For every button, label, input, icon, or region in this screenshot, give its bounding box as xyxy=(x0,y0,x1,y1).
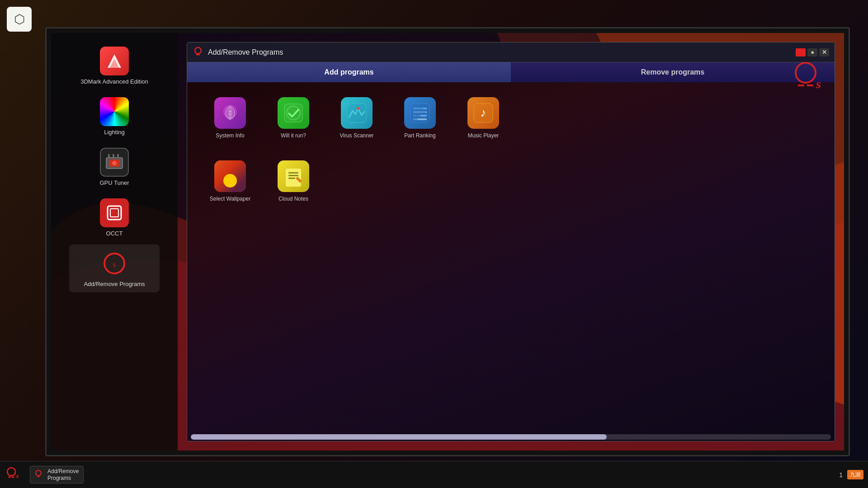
sidebar-label-addremove: Add/Remove Programs xyxy=(84,281,145,288)
content-area: System Info Will it run? xyxy=(187,82,835,441)
main-window: Add/Remove Programs ■ ✕ Add programs Rem… xyxy=(178,33,844,450)
sidebar-item-addremove[interactable]: s Add/Remove Programs xyxy=(69,244,160,293)
svg-rect-11 xyxy=(110,209,118,217)
monitor-frame: 3DMark Advanced Edition Lighting xyxy=(45,27,850,456)
app-label-notes: Cloud Notes xyxy=(278,196,308,203)
virus-icon xyxy=(341,97,373,129)
close-button[interactable]: ✕ xyxy=(819,48,829,56)
sidebar: 3DMark Advanced Edition Lighting xyxy=(51,33,178,450)
app-item-sysinfo[interactable]: System Info xyxy=(201,94,259,152)
svg-rect-8 xyxy=(117,154,119,158)
window-titlebar: Add/Remove Programs ■ ✕ xyxy=(187,42,835,62)
svg-point-26 xyxy=(357,107,359,110)
app-label-music: Music Player xyxy=(468,132,499,140)
lighting-icon xyxy=(100,97,129,126)
svg-text:s: s xyxy=(816,77,821,91)
taskbar-app-icon xyxy=(35,469,44,480)
sidebar-label-lighting: Lighting xyxy=(104,129,125,136)
exit-icon: ⬡ xyxy=(14,12,25,27)
progress-bar-fill xyxy=(191,434,607,440)
music-icon: ♪ xyxy=(467,97,499,129)
app-label-willit: Will it run? xyxy=(281,132,306,140)
svg-text:♪: ♪ xyxy=(481,106,486,119)
tab-bar: Add programs Remove programs xyxy=(187,62,835,82)
svg-rect-34 xyxy=(413,115,420,117)
sidebar-label-occt: OCCT xyxy=(106,230,123,238)
app-label-wallpaper: Select Wallpaper xyxy=(210,196,250,203)
wallpaper-scene xyxy=(214,160,246,192)
app-item-willit[interactable]: Will it run? xyxy=(264,94,323,152)
sidebar-item-occt[interactable]: OCCT xyxy=(69,194,160,242)
app-label-partrank: Part Ranking xyxy=(404,132,435,140)
window-controls: ■ ✕ xyxy=(796,48,829,56)
app-item-virus[interactable]: Virus Scanner xyxy=(327,94,386,152)
svg-rect-6 xyxy=(108,154,110,158)
svg-point-53 xyxy=(36,470,41,476)
wallpaper-sun xyxy=(223,174,237,188)
sidebar-label-3dmark: 3DMark Advanced Edition xyxy=(80,78,148,86)
addremove-icon: s xyxy=(100,249,129,278)
gpu-icon xyxy=(100,148,129,177)
window-title: Add/Remove Programs xyxy=(208,48,791,56)
svg-rect-33 xyxy=(413,111,426,113)
progress-bar-track xyxy=(191,434,831,440)
partrank-icon xyxy=(404,97,436,129)
app-item-wallpaper[interactable]: Select Wallpaper xyxy=(201,157,259,216)
sidebar-label-gpu: GPU Tuner xyxy=(99,179,129,187)
svg-rect-35 xyxy=(413,118,418,120)
notes-icon xyxy=(278,160,309,192)
svg-point-45 xyxy=(796,63,816,83)
taskbar-app-addremove[interactable]: Add/Remove Programs xyxy=(30,466,84,483)
3dmark-icon xyxy=(100,47,129,75)
top-corner-button[interactable]: ⬡ xyxy=(7,7,32,32)
svg-point-14 xyxy=(195,47,201,54)
omega-logo: s xyxy=(785,60,826,98)
app-grid: System Info Will it run? xyxy=(187,82,835,227)
app-item-partrank[interactable]: Part Ranking xyxy=(391,94,449,152)
maximize-button[interactable]: ■ xyxy=(807,48,817,56)
svg-rect-40 xyxy=(288,172,298,174)
app-item-notes[interactable]: Cloud Notes xyxy=(264,157,323,216)
wallpaper-icon xyxy=(214,160,246,192)
taskbar: s Add/Remove Programs 1 九游 xyxy=(0,461,868,488)
sidebar-item-gpu[interactable]: GPU Tuner xyxy=(69,143,160,192)
app-item-music[interactable]: ♪ Music Player xyxy=(454,94,513,152)
monitor-screen: 3DMark Advanced Edition Lighting xyxy=(51,33,844,450)
svg-rect-41 xyxy=(288,175,298,176)
svg-point-5 xyxy=(112,161,117,165)
taskbar-app-label: Add/Remove Programs xyxy=(47,468,79,481)
sidebar-item-3dmark[interactable]: 3DMark Advanced Edition xyxy=(69,42,160,90)
occt-icon xyxy=(100,198,129,227)
window-omega-icon xyxy=(193,46,203,59)
watermark-label: 九游 xyxy=(847,470,863,479)
minimize-button[interactable] xyxy=(796,48,806,56)
app-label-virus: Virus Scanner xyxy=(340,132,373,140)
svg-rect-42 xyxy=(288,178,295,179)
svg-text:s: s xyxy=(16,473,19,479)
willit-icon xyxy=(278,97,309,129)
window-chrome: Add/Remove Programs ■ ✕ Add programs Rem… xyxy=(187,42,835,441)
svg-rect-32 xyxy=(413,108,423,109)
sidebar-item-lighting[interactable]: Lighting xyxy=(69,93,160,141)
svg-rect-7 xyxy=(113,154,114,158)
svg-point-49 xyxy=(7,468,15,476)
sysinfo-icon xyxy=(214,97,246,129)
taskbar-omega-icon: s xyxy=(5,466,21,483)
tab-add-programs[interactable]: Add programs xyxy=(187,62,511,82)
svg-text:s: s xyxy=(113,261,116,268)
svg-point-20 xyxy=(229,108,231,110)
progress-bar-container xyxy=(187,433,835,441)
app-label-sysinfo: System Info xyxy=(216,132,244,140)
taskbar-page-number: 1 xyxy=(839,471,843,479)
